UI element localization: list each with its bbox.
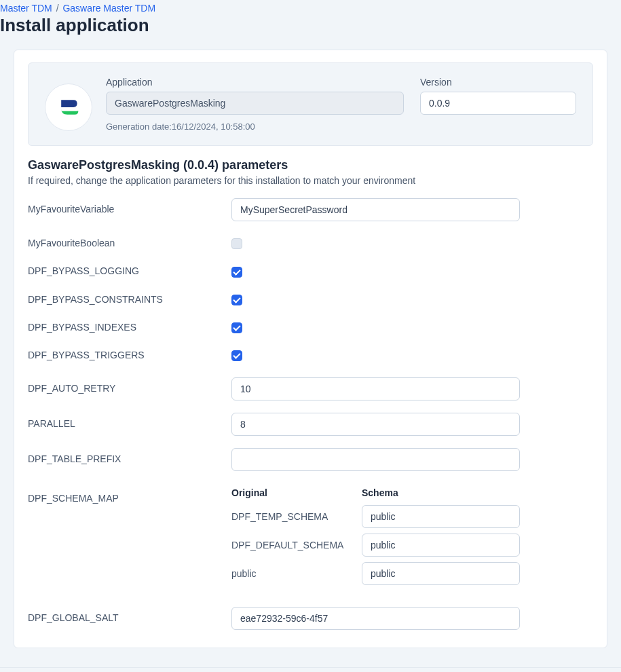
page-title: Install application xyxy=(0,15,621,36)
parameters-subtitle: If required, change the application para… xyxy=(28,175,593,186)
param-checkbox-bypass-constraints[interactable] xyxy=(231,295,242,305)
param-label-bypass-logging: DPF_BYPASS_LOGGING xyxy=(28,265,231,276)
schema-header-schema: Schema xyxy=(362,487,520,498)
param-label-global-salt: DPF_GLOBAL_SALT xyxy=(28,607,231,623)
application-label: Application xyxy=(106,77,404,88)
application-input xyxy=(106,92,404,115)
schema-original-1: DPF_DEFAULT_SCHEMA xyxy=(231,540,354,550)
breadcrumb-link-master-tdm[interactable]: Master TDM xyxy=(0,3,52,14)
param-label-bypass-triggers: DPF_BYPASS_TRIGGERS xyxy=(28,350,231,360)
param-label-myfavouriteboolean: MyFavouriteBoolean xyxy=(28,238,231,248)
param-input-parallel[interactable] xyxy=(231,413,520,436)
main-card: Application Generation date:16/12/2024, … xyxy=(14,50,607,648)
footer-actions: Upload and install Cancel xyxy=(0,667,621,672)
param-checkbox-bypass-triggers[interactable] xyxy=(231,350,242,361)
param-label-bypass-constraints: DPF_BYPASS_CONSTRAINTS xyxy=(28,294,231,305)
param-input-myfavouritevariable[interactable] xyxy=(231,198,520,221)
schema-original-0: DPF_TEMP_SCHEMA xyxy=(231,511,354,522)
param-input-auto-retry[interactable] xyxy=(231,377,520,400)
param-checkbox-bypass-logging[interactable] xyxy=(231,267,242,278)
param-label-myfavouritevariable: MyFavouriteVariable xyxy=(28,198,231,214)
schema-input-0[interactable] xyxy=(362,505,520,528)
param-label-auto-retry: DPF_AUTO_RETRY xyxy=(28,377,231,394)
param-checkbox-bypass-indexes[interactable] xyxy=(231,322,242,333)
schema-row: DPF_TEMP_SCHEMA xyxy=(231,505,520,528)
param-label-table-prefix: DPF_TABLE_PREFIX xyxy=(28,448,231,464)
breadcrumb-link-gasware-master-tdm[interactable]: Gasware Master TDM xyxy=(62,3,155,14)
schema-input-2[interactable] xyxy=(362,562,520,585)
version-input[interactable] xyxy=(420,92,576,115)
param-checkbox-myfavouriteboolean[interactable] xyxy=(231,238,242,249)
generation-date: Generation date:16/12/2024, 10:58:00 xyxy=(106,122,404,132)
schema-row: public xyxy=(231,562,520,585)
parameters-title: GaswarePostgresMasking (0.0.4) parameter… xyxy=(28,158,593,172)
param-label-bypass-indexes: DPF_BYPASS_INDEXES xyxy=(28,322,231,333)
schema-original-2: public xyxy=(231,568,354,579)
breadcrumb-separator: / xyxy=(56,3,59,14)
schema-row: DPF_DEFAULT_SCHEMA xyxy=(231,534,520,557)
app-logo-icon xyxy=(56,95,81,119)
param-input-global-salt[interactable] xyxy=(231,607,520,630)
schema-header-original: Original xyxy=(231,487,354,498)
param-input-table-prefix[interactable] xyxy=(231,448,520,471)
app-header-panel: Application Generation date:16/12/2024, … xyxy=(28,62,593,146)
schema-input-1[interactable] xyxy=(362,534,520,557)
app-logo xyxy=(45,83,92,131)
schema-map-table: Original Schema DPF_TEMP_SCHEMA DPF_DEFA… xyxy=(231,487,520,585)
breadcrumb: Master TDM / Gasware Master TDM xyxy=(0,0,621,14)
param-label-schema-map: DPF_SCHEMA_MAP xyxy=(28,487,231,504)
param-label-parallel: PARALLEL xyxy=(28,413,231,429)
version-label: Version xyxy=(420,77,576,88)
